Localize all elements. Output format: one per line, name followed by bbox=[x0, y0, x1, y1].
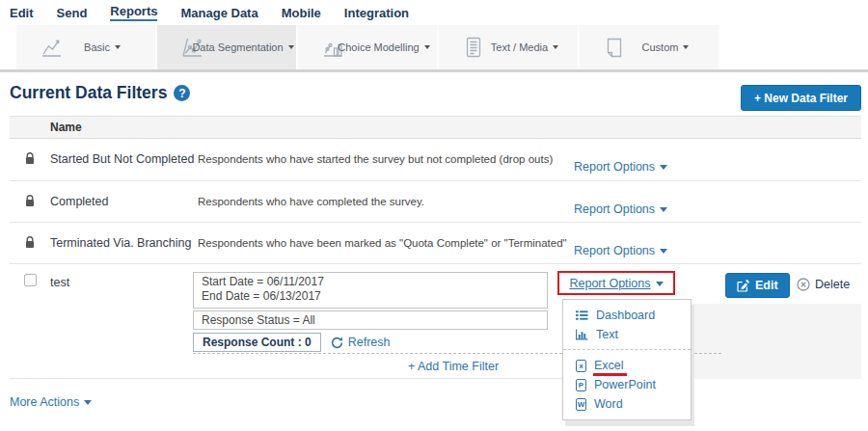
lock-icon bbox=[25, 195, 35, 207]
filter-description: Respondents who have started the survey … bbox=[198, 139, 574, 180]
filter-name: Terminated Via. Branching bbox=[50, 223, 198, 263]
nav-edit[interactable]: Edit bbox=[10, 6, 34, 20]
annotation-highlight-box: Report Options bbox=[557, 271, 675, 295]
bar-chart-icon bbox=[576, 329, 588, 340]
page-title: Current Data Filters bbox=[10, 83, 167, 103]
refresh-link[interactable]: Refresh bbox=[331, 336, 391, 349]
dropdown-backdrop bbox=[692, 304, 861, 379]
menu-item-dashboard[interactable]: Dashboard bbox=[563, 306, 691, 325]
report-options-link[interactable]: Report Options bbox=[574, 160, 667, 174]
delete-circle-icon bbox=[797, 278, 810, 291]
tab-custom[interactable]: Custom bbox=[580, 25, 720, 69]
table-row: Terminated Via. Branching Respondents wh… bbox=[10, 223, 861, 264]
tab-choice-modelling[interactable]: Choice Modelling bbox=[298, 25, 439, 69]
report-type-tabbar: Basic Data Segmentation Choice Modelling… bbox=[0, 25, 868, 72]
date-filter-box: Start Date = 06/11/2017 End Date = 06/13… bbox=[193, 272, 548, 309]
caret-down-icon bbox=[424, 45, 430, 49]
caret-down-icon bbox=[683, 45, 689, 49]
nav-reports[interactable]: Reports bbox=[110, 4, 157, 21]
menu-item-excel[interactable]: x Excel bbox=[563, 356, 691, 375]
help-icon[interactable]: ? bbox=[174, 85, 190, 101]
data-filters-table: Name Started But Not Completed Responden… bbox=[10, 116, 861, 379]
nav-manage-data[interactable]: Manage Data bbox=[180, 6, 258, 20]
caret-down-icon bbox=[660, 207, 667, 212]
table-row: Completed Respondents who have completed… bbox=[10, 181, 861, 223]
nav-send[interactable]: Send bbox=[57, 6, 88, 20]
powerpoint-file-icon: P bbox=[576, 379, 586, 391]
report-options-link[interactable]: Report Options bbox=[574, 244, 667, 257]
dashboard-icon bbox=[576, 310, 588, 321]
add-time-filter-link[interactable]: + Add Time Filter bbox=[408, 360, 499, 373]
caret-down-icon bbox=[115, 45, 121, 49]
caret-down-icon bbox=[660, 165, 667, 170]
table-header: Name bbox=[10, 116, 861, 139]
menu-item-word[interactable]: W Word bbox=[563, 394, 691, 414]
report-options-dropdown: Dashboard Text x Excel P PowerPoint W Wo… bbox=[562, 299, 692, 420]
menu-item-powerpoint[interactable]: P PowerPoint bbox=[563, 375, 691, 394]
report-options-link[interactable]: Report Options bbox=[574, 202, 667, 216]
app-screen: Edit Send Reports Manage Data Mobile Int… bbox=[0, 0, 868, 431]
new-data-filter-button[interactable]: + New Data Filter bbox=[741, 85, 861, 111]
tab-basic[interactable]: Basic bbox=[16, 25, 157, 69]
name-column-header: Name bbox=[50, 121, 82, 134]
caret-down-icon bbox=[84, 400, 92, 405]
edit-button[interactable]: Edit bbox=[725, 273, 790, 298]
response-count-badge: Response Count : 0 bbox=[193, 333, 321, 352]
filter-name: Completed bbox=[50, 181, 198, 222]
delete-link[interactable]: Delete bbox=[797, 278, 850, 291]
start-date-value: Start Date = 06/11/2017 bbox=[202, 275, 539, 289]
word-file-icon: W bbox=[576, 398, 586, 411]
annotation-underline bbox=[593, 373, 627, 376]
top-nav: Edit Send Reports Manage Data Mobile Int… bbox=[0, 0, 409, 25]
refresh-icon bbox=[331, 337, 343, 349]
tab-text-media[interactable]: Text / Media bbox=[439, 25, 580, 69]
lock-icon bbox=[25, 152, 35, 165]
response-status-box: Response Status = All bbox=[193, 310, 548, 330]
caret-down-icon bbox=[660, 249, 667, 254]
nav-integration[interactable]: Integration bbox=[344, 6, 409, 20]
filter-description: Respondents who have completed the surve… bbox=[198, 181, 574, 222]
edit-pencil-icon bbox=[737, 280, 749, 292]
filter-name: Started But Not Completed bbox=[50, 139, 198, 180]
filter-name: test bbox=[50, 276, 69, 289]
nav-mobile[interactable]: Mobile bbox=[282, 6, 321, 20]
end-date-value: End Date = 06/13/2017 bbox=[202, 289, 539, 304]
report-options-link[interactable]: Report Options bbox=[569, 277, 663, 290]
lock-icon bbox=[25, 236, 35, 249]
menu-divider bbox=[563, 349, 691, 350]
more-actions-link[interactable]: More Actions bbox=[10, 395, 92, 409]
table-row-expanded: test Start Date = 06/11/2017 End Date = … bbox=[10, 264, 861, 379]
menu-item-text[interactable]: Text bbox=[563, 325, 691, 344]
tab-label: Basic bbox=[84, 41, 110, 53]
caret-down-icon bbox=[553, 45, 558, 49]
excel-file-icon: x bbox=[576, 360, 586, 372]
row-checkbox[interactable] bbox=[24, 274, 37, 286]
tab-label: Text / Media bbox=[491, 41, 548, 53]
caret-down-icon bbox=[288, 45, 294, 49]
tab-label: Custom bbox=[642, 41, 679, 53]
caret-down-icon bbox=[656, 282, 664, 286]
table-row: Started But Not Completed Respondents wh… bbox=[10, 139, 861, 181]
tab-data-segmentation[interactable]: Data Segmentation bbox=[157, 25, 298, 69]
tab-label: Data Segmentation bbox=[192, 41, 283, 53]
filter-description: Respondents who have been marked as "Quo… bbox=[198, 223, 574, 263]
tab-label: Choice Modelling bbox=[338, 41, 419, 53]
